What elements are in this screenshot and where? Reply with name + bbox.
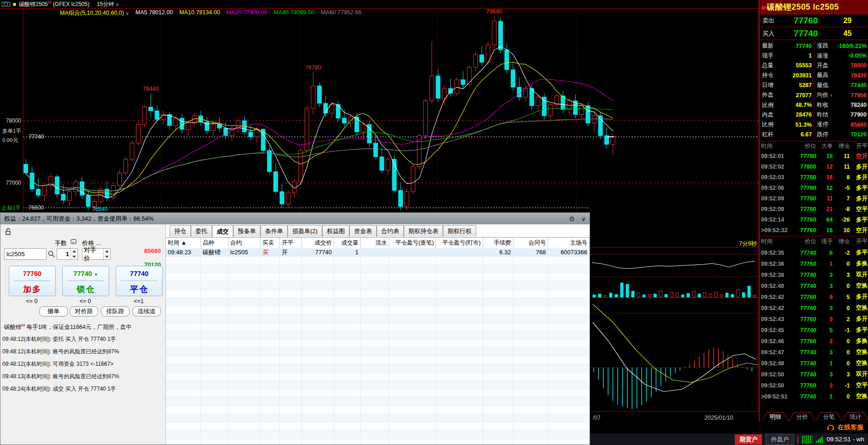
lock-position-button[interactable]: 77740 ▼ 锁仓 — [62, 266, 109, 296]
tick-row[interactable]: 09:52:50777602-1空平 — [760, 380, 868, 391]
column-header[interactable]: 成交价 — [302, 238, 334, 248]
taskbar-divider — [797, 436, 798, 443]
tick-row[interactable]: >09:52:32777601610空开 — [760, 225, 868, 236]
tick-row[interactable]: 09:52:067778012-5多平 — [760, 183, 868, 193]
column-header[interactable]: 买卖 — [260, 238, 280, 248]
tick-row[interactable]: 09:52:437776052多开 — [760, 314, 868, 325]
trade-tab-合约表[interactable]: 合约表 — [377, 225, 404, 237]
tick-row[interactable]: 09:52:427776085多开 — [760, 292, 868, 303]
queue-follow-button[interactable]: 排队跟 — [101, 306, 130, 316]
online-service-link[interactable]: 在线客服 — [838, 423, 863, 432]
futures-account-button[interactable]: 期货户 — [735, 434, 762, 445]
trade-window-titlebar[interactable]: 权益：24,827，可用资金：3,342，资金使用率：86.54% ⚙ ∨ — [0, 213, 590, 224]
tick-list-header: 时间价位大单增仓开平 — [760, 141, 868, 151]
tick-row[interactable]: 09:52:097778021-8空平 — [760, 204, 868, 215]
add-long-button[interactable]: 77760 加多 — [9, 266, 56, 296]
empty-row — [166, 265, 590, 273]
search-icon[interactable] — [48, 251, 55, 258]
trade-tab-持仓[interactable]: 持仓 — [170, 225, 191, 237]
tick-detail-list[interactable]: 时间价位现手增仓开平09:52:35777406-2多平09:52:367776… — [760, 236, 868, 402]
chart-title-bar: 碳酸锂2505M (GFEX lc2505) 15分钟 ∨ — [0, 0, 759, 9]
tick-row[interactable]: 09:52:35777406-2多平 — [760, 247, 868, 258]
trade-tab-期权持仓表[interactable]: 期权持仓表 — [404, 225, 443, 237]
tick-row[interactable]: 09:52:147776064-26多平 — [760, 215, 868, 225]
column-header[interactable]: 平仓盈亏(逐笔) — [389, 238, 436, 248]
tick-row[interactable]: 09:52:45777405-1多平 — [760, 325, 868, 336]
tick-row[interactable]: 09:52:0977780117多开 — [760, 193, 868, 204]
column-header[interactable]: 合约 — [229, 238, 261, 248]
ma-legend-item: MA20 77906.00 — [226, 9, 267, 17]
svg-text:2025/01/10: 2025/01/10 — [704, 415, 733, 421]
tick-row[interactable]: 09:52:477774030空换 — [760, 347, 868, 358]
detail-tab-strip[interactable]: 明细分价分笔统计 — [760, 411, 868, 422]
tick-row[interactable]: 09:52:01777801511空开 — [760, 151, 868, 162]
tick-list-header: 时间价位现手增仓开平 — [760, 236, 868, 247]
trade-tab-损盈单(2)[interactable]: 损盈单(2) — [288, 225, 322, 237]
column-header[interactable]: 手续费 — [483, 238, 514, 248]
tick-row[interactable]: 09:52:02778001211多开 — [760, 162, 868, 172]
chase-button[interactable]: 连续追 — [132, 306, 161, 316]
svg-text:76600: 76600 — [29, 205, 44, 211]
empty-row — [166, 315, 590, 323]
price-mode-stepper[interactable]: 对手价 — [82, 248, 111, 260]
svg-text:78000: 78000 — [6, 117, 22, 124]
keyboard-icon[interactable] — [802, 436, 812, 443]
quote-panel: M 碳酸锂2505 lc2505 卖出 77760 29 买入 77740 45… — [759, 0, 868, 422]
empty-row — [166, 348, 590, 356]
quote-stat-row: 总量55553 — [760, 61, 814, 70]
tick-row[interactable]: 09:52:407774030空换 — [760, 281, 868, 292]
tick-row[interactable]: 09:52:427774030空换 — [760, 303, 868, 314]
tick-row[interactable]: 09:52:367776010多换 — [760, 258, 868, 269]
unlocked-padlock-icon[interactable] — [5, 228, 11, 235]
tick-row[interactable]: 09:52:387774033双开 — [760, 269, 868, 281]
tick-row[interactable]: 09:52:0377780168多开 — [760, 172, 868, 183]
foreign-account-button[interactable]: 外盘户 — [766, 434, 794, 445]
trade-table-body[interactable]: 09:48:23碳酸锂lc2505买开7774016.3276860073366 — [166, 248, 590, 445]
trade-window: 权益：24,827，可用资金：3,342，资金使用率：86.54% ⚙ ∨ 手数… — [0, 212, 590, 445]
column-header[interactable]: 平仓盈亏(盯市) — [436, 238, 483, 248]
status-dot-icon — [13, 3, 16, 6]
follow-price-button[interactable]: 对价跟 — [70, 306, 98, 316]
tick-row[interactable]: 09:52:467776020多换 — [760, 336, 868, 347]
period-selector[interactable]: 15分钟 ∨ — [97, 0, 119, 8]
column-header[interactable]: 时间 ▲ — [166, 238, 201, 248]
trade-tab-条件单[interactable]: 条件单 — [260, 225, 288, 237]
trade-tab-权益图[interactable]: 权益图 — [322, 225, 349, 237]
upper-limit-quick-price[interactable]: 85680 — [135, 247, 161, 254]
quote-title[interactable]: M 碳酸锂2505 lc2505 — [760, 0, 868, 14]
column-header[interactable]: 品种 — [201, 238, 229, 248]
close-position-button[interactable]: 77740 平仓 — [116, 266, 163, 296]
trade-row[interactable]: 09:48:23碳酸锂lc2505买开7774016.3276860073366 — [166, 248, 590, 257]
trade-tab-期权行权[interactable]: 期权行权 — [443, 225, 476, 237]
empty-row — [166, 381, 590, 389]
empty-row — [166, 356, 590, 364]
contract-input[interactable]: lc2505 — [4, 248, 47, 260]
column-header[interactable]: 主场号 — [548, 238, 590, 248]
collapse-icon[interactable]: ∨ — [581, 215, 586, 222]
quote-stat-row: 外盘27077 — [760, 90, 814, 100]
ma-combo-label[interactable]: MA组合(5,10,20,40,60,0) ∨ — [60, 9, 129, 17]
column-header[interactable]: 流水 — [361, 238, 390, 248]
column-header[interactable]: 成交量 — [334, 238, 361, 248]
gear-icon[interactable]: ⚙ — [569, 215, 575, 222]
tick-row[interactable]: >09:52:517774010空换 — [760, 391, 868, 402]
tick-row[interactable]: 09:52:507774033双开 — [760, 369, 868, 380]
column-header[interactable]: 合同号 — [514, 238, 549, 248]
big-order-list[interactable]: 时间价位大单增仓开平09:52:01777801511空开09:52:02778… — [760, 141, 868, 236]
quantity-stepper[interactable]: 1 — [57, 248, 78, 260]
qty-preset-icon[interactable] — [71, 239, 77, 245]
window-link-icon[interactable] — [2, 2, 10, 7]
order-log-line: 09:48:12(本机时间): 可用资金 3173 <-11667> — [2, 360, 113, 368]
trade-tab-成交[interactable]: 成交 — [212, 225, 233, 237]
trade-tab-资金表[interactable]: 资金表 — [349, 225, 377, 237]
column-header[interactable]: 开平 — [280, 238, 302, 248]
ask-row[interactable]: 卖出 77760 29 — [760, 14, 868, 27]
empty-row — [166, 414, 590, 422]
trade-table-header[interactable]: 时间 ▲品种合约买卖开平成交价成交量流水平仓盈亏(逐笔)平仓盈亏(盯市)手续费合… — [166, 237, 590, 249]
cancel-order-button[interactable]: 撤单 — [39, 306, 68, 316]
svg-text:分笔: 分笔 — [823, 414, 835, 420]
tick-row[interactable]: 09:52:487774010空换 — [760, 358, 868, 369]
bid-row[interactable]: 买入 77740 45 — [760, 27, 868, 40]
trade-tab-委托[interactable]: 委托 — [191, 225, 212, 237]
trade-tab-预备单[interactable]: 预备单 — [233, 225, 260, 237]
